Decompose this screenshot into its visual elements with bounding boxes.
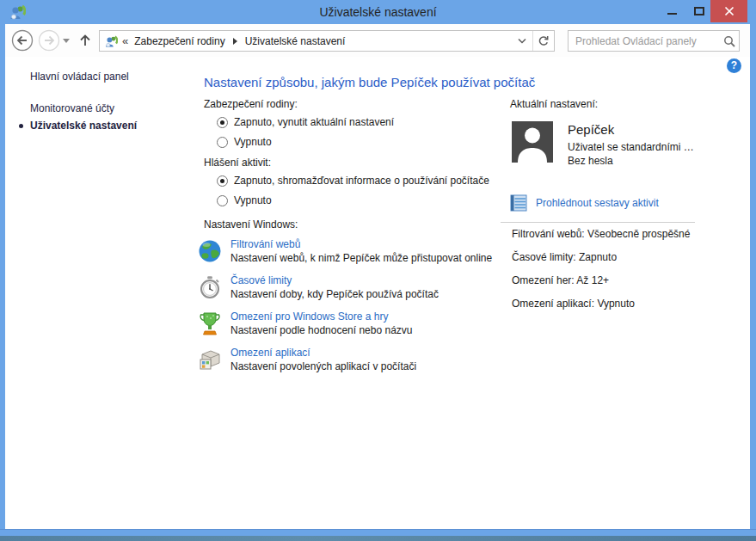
search-button[interactable]: [720, 32, 739, 50]
address-dropdown-button[interactable]: [512, 31, 532, 51]
time-limits-link[interactable]: Časové limity: [230, 274, 439, 287]
windows-settings-group-label: Nastavení Windows:: [204, 218, 298, 231]
store-games-trophy-icon[interactable]: [197, 310, 223, 336]
view-activity-reports-link[interactable]: Prohlédnout sestavy aktivit: [536, 197, 659, 209]
setting-item-text: Časové limity Nastavení doby, kdy Pepíče…: [230, 274, 439, 301]
activity-report-icon: [509, 194, 528, 212]
summary-app-restrictions: Omezení aplikací: Vypnuto: [512, 298, 635, 310]
back-button[interactable]: [11, 29, 34, 52]
app-restrictions-link[interactable]: Omezení aplikací: [230, 347, 416, 360]
radio-unselected-icon[interactable]: [217, 195, 228, 206]
activity-reporting-off-option[interactable]: Vypnuto: [217, 194, 272, 206]
option-label[interactable]: Zapnuto, vynutit aktuální nastavení: [234, 116, 394, 128]
maximize-button[interactable]: [688, 0, 710, 22]
setting-item-text: Omezení pro Windows Store a hry Nastaven…: [230, 310, 413, 337]
close-icon: [724, 6, 734, 16]
current-settings-label: Aktuální nastavení:: [510, 98, 598, 110]
search-box: [568, 30, 740, 52]
time-limits-description: Nastavení doby, kdy Pepíček používá počí…: [230, 287, 439, 301]
forward-button[interactable]: [38, 29, 60, 52]
setting-item-store-games[interactable]: Omezení pro Windows Store a hry Nastaven…: [197, 310, 558, 337]
chevron-down-icon: [518, 38, 526, 44]
web-filtering-globe-icon[interactable]: [197, 238, 223, 264]
window-border-bottom: [0, 529, 756, 536]
store-games-link[interactable]: Omezení pro Windows Store a hry: [230, 310, 413, 323]
family-safety-icon: [104, 34, 118, 48]
family-safety-group-label: Zabezpečení rodiny:: [204, 98, 298, 110]
view-activity-reports-item[interactable]: Prohlédnout sestavy aktivit: [509, 194, 659, 212]
close-button[interactable]: [710, 0, 747, 22]
recent-pages-dropdown[interactable]: [63, 39, 70, 43]
option-label[interactable]: Vypnuto: [234, 136, 272, 148]
radio-unselected-icon[interactable]: [217, 137, 228, 148]
family-safety-off-option[interactable]: Vypnuto: [217, 136, 272, 148]
window-border-right: [750, 24, 756, 529]
radio-selected-icon[interactable]: [217, 175, 228, 187]
back-arrow-icon: [11, 29, 34, 52]
user-account-type: Uživatel se standardními …: [568, 141, 694, 153]
setting-item-text: Filtrování webů Nastavení webů, k nimž P…: [230, 238, 492, 265]
setting-item-app-restrictions[interactable]: Omezení aplikací Nastavení povolených ap…: [197, 347, 558, 373]
option-label[interactable]: Vypnuto: [234, 194, 272, 206]
activity-reporting-group-label: Hlášení aktivit:: [204, 157, 271, 169]
user-password-status: Bez hesla: [568, 155, 613, 167]
family-safety-on-option[interactable]: Zapnuto, vynutit aktuální nastavení: [217, 116, 394, 128]
time-limits-stopwatch-icon[interactable]: [197, 274, 223, 300]
desktop-background: [0, 536, 756, 541]
sidebar-item-user-settings[interactable]: Uživatelské nastavení: [30, 120, 137, 132]
maximize-icon: [694, 7, 704, 15]
breadcrumb-item-family-safety[interactable]: Zabezpečení rodiny: [134, 35, 224, 47]
window-border-left: [0, 24, 5, 529]
refresh-icon: [538, 35, 550, 47]
app-restrictions-description: Nastavení povolených aplikací v počítači: [230, 360, 416, 373]
window-title: Uživatelské nastavení: [0, 0, 756, 24]
web-filtering-link[interactable]: Filtrování webů: [230, 238, 492, 251]
web-filtering-description: Nastavení webů, k nimž Pepíček může přis…: [230, 251, 492, 265]
user-name: Pepíček: [568, 122, 614, 137]
right-panel-divider: [501, 222, 695, 223]
search-icon: [723, 35, 735, 47]
breadcrumb-item-user-settings[interactable]: Uživatelské nastavení: [245, 35, 346, 47]
page-title: Nastavení způsobu, jakým bude Pepíček po…: [204, 75, 535, 89]
breadcrumb-overflow-button[interactable]: «: [122, 34, 128, 47]
radio-selected-icon[interactable]: [217, 117, 228, 128]
search-input[interactable]: [569, 32, 720, 50]
refresh-button[interactable]: [533, 31, 554, 51]
setting-item-text: Omezení aplikací Nastavení povolených ap…: [230, 347, 416, 373]
title-bar: Uživatelské nastavení: [0, 0, 756, 24]
summary-web-filtering: Filtrování webů: Všeobecně prospěšné: [512, 228, 690, 240]
window: Uživatelské nastavení: [0, 0, 756, 541]
minimize-button[interactable]: [661, 0, 683, 22]
setting-item-time-limits[interactable]: Časové limity Nastavení doby, kdy Pepíče…: [197, 274, 558, 301]
up-arrow-icon: [77, 33, 93, 48]
active-item-bullet-icon: [19, 124, 23, 128]
help-button[interactable]: ?: [727, 58, 741, 73]
app-restrictions-box-icon[interactable]: [197, 347, 223, 372]
summary-time-limits: Časové limity: Zapnuto: [512, 251, 617, 263]
breadcrumb-separator-icon: [233, 38, 237, 45]
user-avatar: [512, 121, 553, 163]
activity-reporting-on-option[interactable]: Zapnuto, shromažďovat informace o použív…: [217, 175, 489, 187]
option-label[interactable]: Zapnuto, shromažďovat informace o použív…: [234, 175, 489, 187]
store-games-description: Nastavení podle hodnocení nebo názvu: [230, 323, 413, 337]
sidebar-item-monitored-accounts[interactable]: Monitorované účty: [30, 102, 114, 114]
setting-item-web-filtering[interactable]: Filtrování webů Nastavení webů, k nimž P…: [197, 238, 558, 265]
summary-game-restrictions: Omezení her: Až 12+: [512, 274, 609, 286]
sidebar-item-main-control-panel[interactable]: Hlavní ovládací panel: [30, 71, 129, 83]
minimize-icon: [667, 13, 677, 15]
up-button[interactable]: [77, 33, 93, 48]
address-bar[interactable]: « Zabezpečení rodiny Uživatelské nastave…: [99, 30, 555, 52]
forward-arrow-icon: [38, 29, 60, 52]
